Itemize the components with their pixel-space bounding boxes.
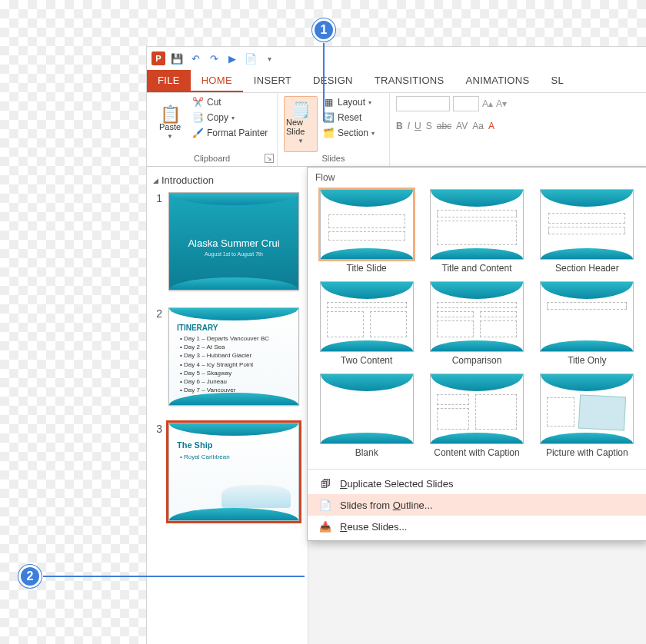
- layout-label: Title Only: [568, 355, 606, 366]
- menu-reuse-slides[interactable]: 📥 Reuse Slides...: [308, 516, 646, 537]
- undo-icon[interactable]: ↶: [188, 51, 202, 65]
- shadow-button[interactable]: S: [426, 121, 432, 131]
- tab-animations[interactable]: ANIMATIONS: [455, 70, 540, 92]
- strikethrough-button[interactable]: abc: [437, 121, 451, 131]
- layout-label: Title and Content: [442, 263, 512, 274]
- slide3-heading: The Ship: [177, 440, 212, 450]
- paste-button[interactable]: 📋 Paste ▼: [153, 96, 187, 152]
- layout-picture-with-caption[interactable]: Picture with Caption: [538, 373, 637, 458]
- menu-duplicate-slides[interactable]: 🗐 Duplicate Selected Slides: [308, 473, 646, 494]
- layout-label: Two Content: [341, 355, 392, 366]
- layout-button[interactable]: ▦Layout▾: [322, 96, 375, 108]
- layout-title-only[interactable]: Title Only: [538, 281, 637, 366]
- quick-access-toolbar: P 💾 ↶ ↷ ▶ 📄 ▾: [147, 47, 646, 70]
- copy-icon: 📑: [191, 111, 204, 124]
- increase-font-icon[interactable]: A▴: [482, 98, 493, 109]
- italic-button[interactable]: I: [408, 121, 410, 131]
- layout-label: Comparison: [452, 355, 502, 366]
- reuse-icon: 📥: [318, 520, 332, 533]
- group-font: A▴ A▾ B I U S abc AV Aa A: [390, 93, 646, 166]
- layout-section-header[interactable]: Section Header: [538, 189, 637, 274]
- reset-button[interactable]: 🔄Reset: [322, 111, 375, 124]
- decrease-font-icon[interactable]: A▾: [496, 98, 507, 109]
- font-name-combo[interactable]: [396, 96, 450, 111]
- new-slide-label: New Slide: [286, 118, 315, 136]
- slide-thumbnail-item[interactable]: 1 Alaska Summer Crui August 1st to Augus…: [153, 192, 301, 290]
- char-spacing-button[interactable]: AV: [456, 121, 468, 131]
- layout-two-content[interactable]: Two Content: [317, 281, 416, 366]
- tab-slideshow[interactable]: SL: [540, 70, 574, 92]
- format-painter-label: Format Painter: [207, 128, 268, 138]
- slide3-bullets: Royal Caribbean: [180, 453, 230, 461]
- slide-thumbnail-2[interactable]: ITINERARY Day 1 – Departs Vancouver BC D…: [168, 307, 299, 406]
- font-color-button[interactable]: A: [488, 121, 494, 131]
- callout-2-line: [43, 576, 305, 577]
- tab-file[interactable]: FILE: [147, 70, 191, 92]
- section-label: Section: [338, 128, 368, 138]
- copy-label: Copy: [207, 112, 228, 123]
- layout-blank[interactable]: Blank: [317, 373, 416, 458]
- section-label: Introduction: [162, 174, 214, 186]
- layout-label: Picture with Caption: [546, 447, 628, 458]
- powerpoint-window: P 💾 ↶ ↷ ▶ 📄 ▾ FILE HOME INSERT DESIGN TR…: [146, 46, 646, 644]
- clipboard-launcher-icon[interactable]: ↘: [265, 154, 274, 163]
- group-slides: 🗒️ New Slide ▼ ▦Layout▾ 🔄Reset 🗂️Section…: [278, 93, 390, 166]
- underline-button[interactable]: U: [415, 121, 421, 131]
- callout-2-badge: 2: [18, 565, 42, 588]
- slide1-title: Alaska Summer Crui: [175, 237, 292, 249]
- format-painter-button[interactable]: 🖌️Format Painter: [191, 127, 268, 139]
- touch-mode-icon[interactable]: 📄: [244, 51, 258, 65]
- tab-insert[interactable]: INSERT: [243, 70, 302, 92]
- slide-thumbnail-item[interactable]: 2 ITINERARY Day 1 – Departs Vancouver BC…: [153, 307, 301, 406]
- tab-home[interactable]: HOME: [191, 70, 243, 92]
- duplicate-icon: 🗐: [318, 477, 332, 490]
- layout-content-with-caption[interactable]: Content with Caption: [427, 373, 526, 458]
- change-case-button[interactable]: Aa: [472, 121, 484, 131]
- menu-label: Reuse Slides...: [340, 521, 407, 533]
- tab-transitions[interactable]: TRANSITIONS: [364, 70, 455, 92]
- chevron-down-icon: ▼: [167, 133, 173, 140]
- layout-comparison[interactable]: Comparison: [427, 281, 526, 366]
- paste-label: Paste: [159, 122, 181, 131]
- copy-button[interactable]: 📑Copy▾: [191, 111, 268, 124]
- qat-customize-icon[interactable]: ▾: [262, 51, 276, 65]
- new-slide-button[interactable]: 🗒️ New Slide ▼: [284, 96, 318, 152]
- start-from-beginning-icon[interactable]: ▶: [225, 51, 239, 65]
- section-button[interactable]: 🗂️Section▾: [322, 127, 375, 139]
- slide2-bullets: Day 1 – Departs Vancouver BC Day 2 – At …: [180, 334, 269, 394]
- cut-label: Cut: [207, 97, 221, 108]
- layout-label: Content with Caption: [434, 447, 519, 458]
- slide-number: 1: [153, 192, 162, 290]
- group-slides-label: Slides: [284, 152, 383, 164]
- gallery-theme-name: Flow: [308, 168, 646, 186]
- tab-design[interactable]: DESIGN: [302, 70, 364, 92]
- ribbon: 📋 Paste ▼ ✂️Cut 📑Copy▾ 🖌️Format Painter …: [147, 93, 646, 167]
- callout-1-badge: 1: [312, 18, 335, 41]
- gallery-menu: 🗐 Duplicate Selected Slides 📄 Slides fro…: [308, 470, 646, 540]
- chevron-down-icon: ▾: [231, 115, 235, 121]
- layout-title-slide[interactable]: Title Slide: [317, 189, 416, 274]
- save-icon[interactable]: 💾: [170, 51, 184, 65]
- redo-icon[interactable]: ↷: [207, 51, 221, 65]
- new-slide-gallery: Flow Title Slide Title and Content: [307, 167, 646, 541]
- callout-1-number: 1: [321, 23, 328, 37]
- layout-label: Layout: [338, 97, 365, 108]
- slide-thumbnail-3[interactable]: The Ship Royal Caribbean: [168, 423, 299, 521]
- layout-title-and-content[interactable]: Title and Content: [427, 189, 526, 274]
- slide-outline-pane[interactable]: Introduction 1 Alaska Summer Crui August…: [147, 167, 308, 644]
- slide-thumbnail-1[interactable]: Alaska Summer Crui August 1st to August …: [168, 192, 299, 290]
- layout-label: Title Slide: [347, 263, 387, 274]
- group-clipboard-label: Clipboard: [153, 152, 271, 164]
- scissors-icon: ✂️: [191, 96, 204, 108]
- cut-button[interactable]: ✂️Cut: [191, 96, 268, 108]
- layout-label: Blank: [355, 447, 378, 458]
- app-logo-icon: P: [152, 51, 165, 65]
- reset-label: Reset: [338, 112, 361, 123]
- font-size-combo[interactable]: [453, 96, 479, 111]
- bold-button[interactable]: B: [396, 121, 403, 131]
- section-heading[interactable]: Introduction: [153, 174, 301, 186]
- chevron-down-icon: ▼: [298, 138, 304, 144]
- slide-thumbnail-item[interactable]: 3 The Ship Royal Caribbean: [153, 423, 301, 521]
- brush-icon: 🖌️: [191, 127, 204, 139]
- menu-slides-from-outline[interactable]: 📄 Slides from Outline...: [308, 494, 646, 516]
